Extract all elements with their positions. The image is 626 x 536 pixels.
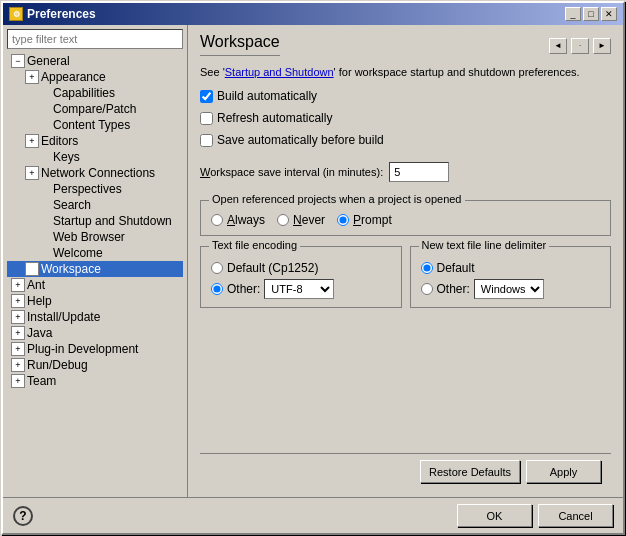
sidebar-item-team[interactable]: + Team [7, 373, 183, 389]
sidebar-label-appearance: Appearance [41, 70, 106, 84]
expand-icon-run-debug[interactable]: + [11, 358, 25, 372]
save-automatically-row: Save automatically before build [200, 133, 611, 147]
default-encoding-row: Default (Cp1252) [211, 261, 391, 275]
sidebar-item-appearance[interactable]: + Appearance [7, 69, 183, 85]
sidebar-item-perspectives[interactable]: Perspectives [7, 181, 183, 197]
expand-icon-plugin-dev[interactable]: + [11, 342, 25, 356]
expand-icon-editors[interactable]: + [25, 134, 39, 148]
sidebar-item-plugin-dev[interactable]: + Plug-in Development [7, 341, 183, 357]
left-panel: − General + Appearance Capabilities [3, 25, 188, 497]
open-projects-title: Open referenced projects when a project … [209, 193, 465, 205]
other-encoding-row: Other: UTF-8 UTF-16 ISO-8859-1 US-ASCII [211, 279, 391, 299]
default-encoding-radio[interactable] [211, 262, 223, 274]
default-encoding-label: Default (Cp1252) [227, 261, 318, 275]
other-delimiter-row: Other: Windows Unix Mac [421, 279, 601, 299]
line-delimiter-title: New text file line delimiter [419, 239, 550, 251]
footer-buttons: OK Cancel [457, 504, 613, 527]
sidebar-item-ant[interactable]: + Ant [7, 277, 183, 293]
sidebar-label-keys: Keys [53, 150, 80, 164]
other-delimiter-label: Other: [437, 282, 470, 296]
sidebar-label-plugin-dev: Plug-in Development [27, 342, 138, 356]
sidebar-item-install-update[interactable]: + Install/Update [7, 309, 183, 325]
sidebar-item-run-debug[interactable]: + Run/Debug [7, 357, 183, 373]
window-icon: ⚙ [9, 7, 23, 21]
save-interval-row: Workspace save interval (in minutes): [200, 162, 611, 182]
right-panel: Workspace ◄ · ► See 'Startup and Shutdow… [188, 25, 623, 497]
save-interval-label: Workspace save interval (in minutes): [200, 166, 383, 178]
filter-input[interactable] [7, 29, 183, 49]
sidebar-item-help[interactable]: + Help [7, 293, 183, 309]
expand-icon-install-update[interactable]: + [11, 310, 25, 324]
sidebar-label-network-connections: Network Connections [41, 166, 155, 180]
action-buttons: Restore Defaults Apply [200, 453, 611, 489]
sidebar-label-startup-shutdown: Startup and Shutdown [53, 214, 172, 228]
save-automatically-checkbox[interactable] [200, 134, 213, 147]
expand-icon-team[interactable]: + [11, 374, 25, 388]
sidebar-item-web-browser[interactable]: Web Browser [7, 229, 183, 245]
expand-icon-help[interactable]: + [11, 294, 25, 308]
refresh-automatically-checkbox[interactable] [200, 112, 213, 125]
sidebar-item-java[interactable]: + Java [7, 325, 183, 341]
close-button[interactable]: ✕ [601, 7, 617, 21]
save-interval-input[interactable] [389, 162, 449, 182]
nav-bar: ◄ · ► [549, 38, 611, 54]
restore-defaults-button[interactable]: Restore Defaults [420, 460, 520, 483]
sidebar-label-ant: Ant [27, 278, 45, 292]
title-bar: ⚙ Preferences _ □ ✕ [3, 3, 623, 25]
sidebar-label-run-debug: Run/Debug [27, 358, 88, 372]
never-radio[interactable] [277, 214, 289, 226]
always-radio[interactable] [211, 214, 223, 226]
nav-back-button[interactable]: ◄ [549, 38, 567, 54]
build-automatically-label: Build automatically [217, 89, 317, 103]
sidebar-label-help: Help [27, 294, 52, 308]
info-text: See 'Startup and Shutdown' for workspace… [200, 66, 611, 78]
prompt-radio[interactable] [337, 214, 349, 226]
sidebar-item-network-connections[interactable]: + Network Connections [7, 165, 183, 181]
expand-icon-workspace[interactable]: + [25, 262, 39, 276]
apply-button[interactable]: Apply [526, 460, 601, 483]
encoding-group: Text file encoding Default (Cp1252) Othe… [200, 246, 402, 308]
expand-icon-java[interactable]: + [11, 326, 25, 340]
sidebar-item-editors[interactable]: + Editors [7, 133, 183, 149]
maximize-button[interactable]: □ [583, 7, 599, 21]
expand-icon-ant[interactable]: + [11, 278, 25, 292]
sidebar-item-content-types[interactable]: Content Types [7, 117, 183, 133]
expand-icon-network[interactable]: + [25, 166, 39, 180]
sidebar-label-content-types: Content Types [53, 118, 130, 132]
sidebar-item-capabilities[interactable]: Capabilities [7, 85, 183, 101]
build-automatically-checkbox[interactable] [200, 90, 213, 103]
other-encoding-radio[interactable] [211, 283, 223, 295]
sidebar-item-welcome[interactable]: Welcome [7, 245, 183, 261]
cancel-button[interactable]: Cancel [538, 504, 613, 527]
ok-button[interactable]: OK [457, 504, 532, 527]
delimiter-select[interactable]: Windows Unix Mac [474, 279, 544, 299]
nav-forward-button[interactable]: ► [593, 38, 611, 54]
sidebar-item-search[interactable]: Search [7, 197, 183, 213]
startup-shutdown-link[interactable]: Startup and Shutdown [225, 66, 334, 78]
sidebar-item-keys[interactable]: Keys [7, 149, 183, 165]
minimize-button[interactable]: _ [565, 7, 581, 21]
default-delimiter-radio[interactable] [421, 262, 433, 274]
encoding-select[interactable]: UTF-8 UTF-16 ISO-8859-1 US-ASCII [264, 279, 334, 299]
always-radio-row: Always [211, 213, 265, 227]
sidebar-item-startup-shutdown[interactable]: Startup and Shutdown [7, 213, 183, 229]
expand-icon-appearance[interactable]: + [25, 70, 39, 84]
never-radio-row: Never [277, 213, 325, 227]
main-content: − General + Appearance Capabilities [3, 25, 623, 497]
other-delimiter-radio[interactable] [421, 283, 433, 295]
spacer [200, 314, 611, 447]
panel-title: Workspace [200, 33, 280, 56]
window-body: − General + Appearance Capabilities [3, 25, 623, 533]
sidebar-label-welcome: Welcome [53, 246, 103, 260]
open-projects-group: Open referenced projects when a project … [200, 200, 611, 236]
sidebar-label-search: Search [53, 198, 91, 212]
sidebar-item-workspace[interactable]: + Workspace [7, 261, 183, 277]
refresh-automatically-row: Refresh automatically [200, 111, 611, 125]
line-delimiter-group: New text file line delimiter Default Oth… [410, 246, 612, 308]
expand-icon-general[interactable]: − [11, 54, 25, 68]
sidebar-label-team: Team [27, 374, 56, 388]
sidebar-label-java: Java [27, 326, 52, 340]
sidebar-item-compare-patch[interactable]: Compare/Patch [7, 101, 183, 117]
help-button[interactable]: ? [13, 506, 33, 526]
sidebar-item-general[interactable]: − General [7, 53, 183, 69]
